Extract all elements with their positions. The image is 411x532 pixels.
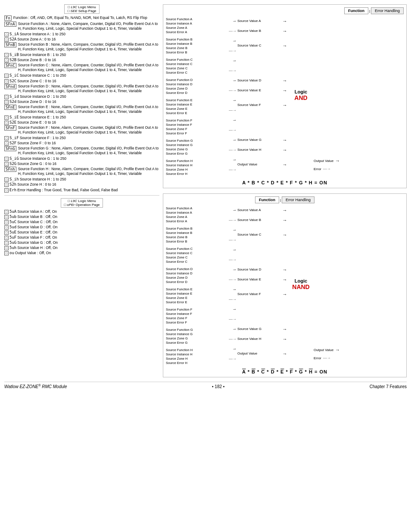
- s2c-item: □ S2C Source Zone C : 0 to 16: [4, 79, 159, 84]
- source-f-line3: Source Zone F: [166, 127, 226, 131]
- val-f: Source Value F: [237, 103, 280, 107]
- arr-e-solid: →: [232, 98, 237, 103]
- top-formula: A * B * C * D * E * F * G * H = ON: [166, 180, 404, 185]
- sih-checkbox[interactable]: □: [4, 177, 9, 182]
- out-arr-empty2: [281, 115, 288, 135]
- top-error-row: Error ---→: [314, 167, 340, 171]
- top-arr-b: → ---→: [227, 36, 237, 56]
- op-5ub-checkbox[interactable]: □: [4, 215, 9, 219]
- bottom-output-value-text: Output Value: [314, 348, 333, 352]
- page-footer: Watlow EZ-ZONE® RMC Module • 182 • Chapt…: [4, 382, 407, 389]
- top-arrows-col: → ---→ → ---→ → ---→ → -: [227, 16, 237, 174]
- s2a-desc: Source Zone A : 0 to 16: [17, 37, 56, 42]
- top-tab-function[interactable]: Function: [344, 7, 368, 14]
- erh-checkbox[interactable]: □: [4, 188, 9, 193]
- s2a-checkbox[interactable]: □: [4, 37, 9, 42]
- val-group-c: Source Value C: [237, 36, 280, 56]
- top-output-arrow: →: [335, 158, 340, 163]
- out-arr-b: →: [283, 28, 287, 34]
- op-5uh-checkbox[interactable]: □: [4, 246, 9, 250]
- op-5ug-desc: Source Value G : Off, On: [17, 240, 58, 245]
- op-5ud-checkbox[interactable]: □: [4, 225, 9, 230]
- source-g-line3: Source Zone G: [166, 147, 226, 152]
- sif-checkbox[interactable]: □: [4, 136, 9, 140]
- source-d-line4: Source Error D: [166, 91, 226, 95]
- op-5ue-checkbox[interactable]: □: [4, 230, 9, 235]
- sfnd-desc: Source Function D : None, Alarm, Compare…: [18, 84, 159, 93]
- bottom-output-row: Output Value →: [314, 347, 340, 352]
- s2g-code: S2G: [9, 162, 16, 166]
- source-h-line2: Source Instance H: [166, 163, 226, 168]
- bottom-tab-error[interactable]: Error Handling: [282, 196, 314, 203]
- op-5uf-checkbox[interactable]: □: [4, 236, 9, 240]
- op-5uc-checkbox[interactable]: □: [4, 220, 9, 224]
- val-a: Source Value A: [237, 19, 280, 23]
- s2b-checkbox[interactable]: □: [4, 58, 9, 62]
- source-h: Source Function H Source Instance H Sour…: [166, 158, 226, 177]
- page-container: □ L9C Logic Menu □ SEE Setup Page Fn Fun…: [0, 0, 411, 532]
- op-5ue-desc: Source Value E : Off, On: [17, 230, 57, 235]
- s2c-checkbox[interactable]: □: [4, 79, 9, 84]
- bottom-out-arrows: → → → → → →: [281, 205, 288, 364]
- sih-code: S_ih: [9, 177, 19, 181]
- sih-item: □ S_ih Source Instance H : 1 to 250: [4, 177, 159, 182]
- arr-a-solid: →: [232, 19, 237, 23]
- source-b-line1: Source Function B: [166, 37, 226, 42]
- top-tab-error[interactable]: Error Handling: [371, 7, 404, 14]
- source-a: Source Function A Source Instance A Sour…: [166, 16, 226, 36]
- sfne-desc: Source Function E : None, Alarm, Compare…: [18, 105, 159, 114]
- sic-checkbox[interactable]: □: [4, 74, 9, 78]
- s2f-checkbox[interactable]: □: [4, 141, 9, 146]
- op-5ug-code: 5uG: [9, 240, 16, 245]
- sic-code: S_iC: [9, 73, 19, 78]
- bottom-diagram: Function | Error Handling Source Functio…: [163, 193, 407, 377]
- sie-desc: Source Instance E : 1 to 250: [20, 115, 66, 120]
- bottom-tab-separator: |: [280, 198, 281, 202]
- sig-checkbox[interactable]: □: [4, 157, 9, 161]
- footer-chapter: Chapter 7 Features: [370, 384, 407, 389]
- s2e-checkbox[interactable]: □: [4, 121, 9, 125]
- source-a-line1: Source Function A: [166, 17, 226, 22]
- erh-item: □ Erh Error Handling : True Good, True B…: [4, 188, 159, 193]
- s2b-code: S2B: [9, 58, 16, 62]
- arr-e-dash: ---→: [229, 108, 237, 112]
- bottom-tab-function[interactable]: Function: [255, 196, 279, 203]
- top-values-col: Source Value A Source Value B Source Val…: [237, 16, 280, 174]
- arr-d-solid: →: [232, 78, 237, 83]
- sid-checkbox[interactable]: □: [4, 95, 9, 99]
- fn-desc: Function : Off, AND, OR, Equal To, NAND,…: [13, 16, 147, 20]
- out-arr-gh: → →: [281, 135, 288, 155]
- op-ou-checkbox[interactable]: □: [4, 251, 9, 255]
- left-panel: □ L9C Logic Menu □ SEE Setup Page Fn Fun…: [4, 4, 159, 377]
- op-5ug-checkbox[interactable]: □: [4, 241, 9, 245]
- out-arr-f-arrow: →: [283, 103, 287, 108]
- s2h-checkbox[interactable]: □: [4, 183, 9, 187]
- val-group-gh: Source Value G Source Value H: [237, 135, 280, 155]
- sie-checkbox[interactable]: □: [4, 115, 9, 120]
- source-d-line2: Source Instance D: [166, 82, 226, 87]
- source-h-line4: Source Error H: [166, 172, 226, 176]
- s2d-checkbox[interactable]: □: [4, 100, 9, 104]
- bottom-right-output: Output Value → Error ---→: [314, 205, 340, 364]
- op-menu-line2: □ oPEr Operation Page: [64, 203, 100, 207]
- top-logic-value: AND: [294, 94, 307, 101]
- sig-item: □ S_iG Source Instance G : 1 to 250: [4, 156, 159, 161]
- sib-checkbox[interactable]: □: [4, 53, 9, 57]
- op-5ua-checkbox[interactable]: □: [4, 210, 9, 214]
- s2c-code: S2C: [9, 79, 16, 83]
- source-a-line4: Source Error A: [166, 30, 226, 34]
- op-5uf-item: □ 5uF Source Value F : Off, On: [4, 235, 159, 240]
- s2g-checkbox[interactable]: □: [4, 162, 9, 166]
- val-group-de: Source Value D Source Value E: [237, 75, 280, 95]
- top-tab-separator: |: [369, 9, 370, 13]
- sia-checkbox[interactable]: □: [4, 32, 9, 37]
- val-c: Source Value C: [237, 43, 280, 48]
- op-5ua-code: 5uA: [9, 209, 16, 214]
- op-5uh-item: □ 5uh Source Value H : Off, On: [4, 246, 159, 250]
- sia-desc: Source Instance A : 1 to 250: [20, 32, 65, 37]
- source-g-line4: Source Error G: [166, 152, 226, 156]
- source-b-line3: Source Zone B: [166, 46, 226, 50]
- val-g: Source Value G: [237, 137, 280, 142]
- source-c-line1: Source Function C: [166, 58, 226, 62]
- op-5ud-desc: Source Value D : Off, On: [17, 225, 57, 230]
